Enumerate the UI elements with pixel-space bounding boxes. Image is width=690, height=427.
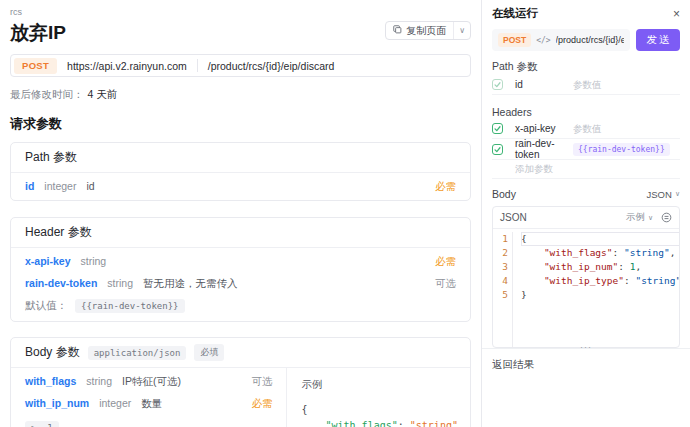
chevron-down-icon: ∨	[648, 214, 653, 222]
param-name: with_flags	[25, 375, 76, 387]
code-icon: </>	[536, 36, 550, 45]
required-badge: 必需	[435, 180, 456, 194]
editor-line-numbers: 12345	[493, 232, 513, 347]
runner-param-row: id	[492, 74, 680, 95]
runner-param-row: rain-dev-token {{rain-dev-token}}	[492, 139, 680, 160]
content-type-badge: application/json	[88, 346, 187, 360]
header-params-card-title: Header 参数	[11, 218, 470, 248]
path-params-card: Path 参数 id integer id 必需	[10, 142, 471, 201]
param-row: id integer id 必需	[11, 173, 470, 200]
example-json-code: { "with_flags": "string", "with_ip_num":…	[301, 402, 456, 427]
checkbox-checked-icon[interactable]	[492, 79, 503, 90]
last-modified-value: 4 天前	[88, 88, 118, 100]
runner-param-token-badge[interactable]: {{rain-dev-token}}	[573, 143, 670, 156]
base-url: https://api.v2.rainyun.com	[57, 60, 197, 72]
copy-page-button[interactable]: 复制页面 ∨	[385, 21, 471, 40]
runner-body-label: Body	[492, 188, 516, 200]
param-row: with_ip_num integer 数量 必需	[11, 395, 286, 417]
result-label: 返回结果	[492, 358, 680, 372]
runner-method-badge: POST	[498, 33, 531, 47]
path-params-card-title: Path 参数	[11, 143, 470, 173]
breadcrumb[interactable]: rcs	[10, 6, 471, 18]
constraint-badge: >= 1	[25, 421, 59, 427]
required-badge: 必需	[251, 397, 272, 411]
body-params-card-head: Body 参数 application/json 必填	[11, 338, 470, 368]
copy-page-label: 复制页面	[406, 24, 446, 38]
last-modified: 最后修改时间：4 天前	[10, 88, 471, 102]
default-value-badge: {{rain-dev-token}}	[75, 299, 185, 313]
param-name: with_ip_num	[25, 397, 89, 409]
body-params-list: with_flags string IP特征(可选) 可选 with_ip_nu…	[11, 368, 286, 427]
runner-param-name: rain-dev-token	[515, 138, 573, 160]
runner-param-value-input[interactable]	[573, 123, 680, 134]
required-badge: 必需	[435, 255, 456, 269]
body-type-select[interactable]: JSON ∨	[647, 189, 680, 200]
body-params-card: Body 参数 application/json 必填 with_flags s…	[10, 337, 471, 427]
format-icon[interactable]	[661, 209, 672, 227]
resize-divider[interactable]: ···	[482, 348, 690, 354]
runner-headers-label: Headers	[492, 106, 680, 118]
example-dropdown-label: 示例	[626, 211, 645, 224]
chevron-down-icon: ∨	[675, 190, 680, 198]
param-type: integer	[44, 180, 76, 192]
header-params-card: Header 参数 x-api-key string 必需 rain-dev-t…	[10, 217, 471, 322]
doc-panel: rcs 放弃IP 复制页面 ∨ POST https://api.v2.r	[0, 0, 482, 427]
param-desc: id	[86, 180, 94, 192]
checkbox-checked-icon[interactable]	[492, 144, 503, 155]
runner-param-name: id	[515, 79, 573, 90]
must-fill-badge: 必填	[194, 344, 224, 361]
runner-path-params-label: Path 参数	[492, 60, 680, 74]
example-label: 示例	[301, 378, 456, 392]
page-title: 放弃IP	[10, 21, 66, 45]
param-type: string	[81, 255, 107, 267]
example-panel: 示例 { "with_flags": "string", "with_ip_nu…	[286, 368, 470, 427]
param-name: rain-dev-token	[25, 277, 97, 289]
json-editor[interactable]: JSON 示例 ∨ 12345 { "with_flags": "string"	[492, 206, 680, 348]
add-param-row: 添加参数	[492, 160, 680, 179]
example-dropdown[interactable]: 示例 ∨	[626, 211, 653, 224]
checkbox-checked-icon[interactable]	[492, 123, 503, 134]
editor-json-code[interactable]: { "with_flags": "string", "with_ip_num":…	[513, 232, 680, 347]
runner-path: /product/rcs/{id}/eip/discard	[556, 35, 624, 45]
optional-badge: 可选	[435, 277, 456, 291]
last-modified-label: 最后修改时间：	[10, 88, 84, 100]
runner-param-value-input[interactable]	[573, 79, 680, 90]
runner-url-bar[interactable]: POST </> /product/rcs/{id}/eip/discard	[492, 29, 630, 51]
optional-badge: 可选	[251, 375, 272, 389]
request-params-heading: 请求参数	[10, 115, 471, 133]
param-name: id	[25, 180, 34, 192]
body-params-card-title: Body 参数	[25, 344, 80, 361]
send-button[interactable]: 发送	[636, 29, 680, 51]
param-row: with_flags string IP特征(可选) 可选	[11, 368, 286, 395]
param-name: x-api-key	[25, 255, 71, 267]
default-value-label: 默认值：	[25, 299, 67, 313]
constraint-row: >= 1	[11, 417, 286, 427]
endpoint-path: /product/rcs/{id}/eip/discard	[198, 60, 345, 72]
param-type: integer	[99, 397, 131, 409]
param-desc: 数量	[141, 397, 162, 411]
param-row: x-api-key string 必需	[11, 248, 470, 275]
runner-title: 在线运行	[492, 6, 538, 21]
param-type: string	[107, 277, 133, 289]
param-desc: 暂无用途，无需传入	[143, 277, 238, 291]
method-badge: POST	[14, 58, 57, 74]
runner-param-row: x-api-key	[492, 118, 680, 139]
close-icon[interactable]: ×	[673, 8, 680, 20]
drag-handle-icon[interactable]: ···	[580, 342, 592, 352]
runner-panel: 在线运行 × POST </> /product/rcs/{id}/eip/di…	[482, 0, 690, 427]
runner-param-name: x-api-key	[515, 123, 573, 134]
body-type-value: JSON	[647, 189, 672, 200]
copy-icon	[393, 25, 402, 36]
param-row: rain-dev-token string 暂无用途，无需传入 可选	[11, 275, 470, 297]
app-window: rcs 放弃IP 复制页面 ∨ POST https://api.v2.r	[0, 0, 690, 427]
add-param-button[interactable]: 添加参数	[515, 163, 553, 176]
endpoint-url-bar: POST https://api.v2.rainyun.com /product…	[10, 54, 471, 77]
param-desc: IP特征(可选)	[122, 375, 181, 389]
param-type: string	[86, 375, 112, 387]
editor-lang-label: JSON	[500, 212, 527, 223]
chevron-down-icon[interactable]: ∨	[453, 22, 470, 39]
default-value-row: 默认值： {{rain-dev-token}}	[11, 297, 470, 321]
